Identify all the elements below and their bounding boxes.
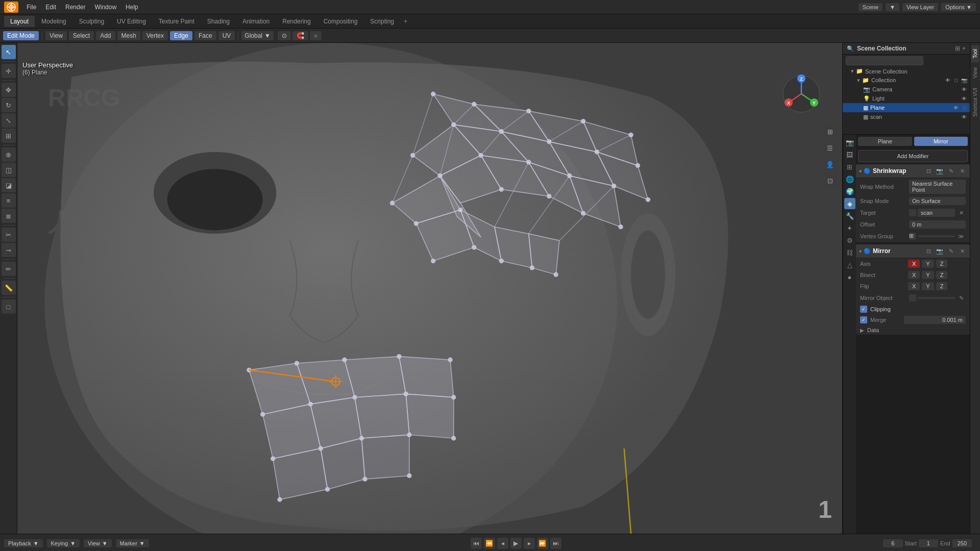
annotate-tool-btn[interactable]: ✏ (2, 262, 16, 276)
mirror-toggle-btn[interactable]: Mirror (914, 137, 968, 146)
data-expand-icon[interactable]: ▶ (860, 328, 864, 333)
particles-props-icon[interactable]: ✦ (844, 222, 855, 234)
tab-scripting[interactable]: Scripting (364, 16, 400, 27)
side-tab-shortcuts[interactable]: Shortcut VUI (971, 84, 979, 121)
knife-tool-btn[interactable]: ✂ (2, 228, 16, 242)
viewport-3d[interactable]: RRCG 人人素材 RRCG 人人素材 RRCG 人人素材 RRCG 人人素材 … (17, 43, 842, 534)
plane-vis-icon[interactable]: 👁 (952, 104, 960, 111)
target-clear-icon[interactable]: ✕ (957, 208, 966, 217)
shrinkwrap-delete-icon[interactable]: ✕ (958, 166, 967, 176)
prev-frame-btn[interactable]: ⏪ (484, 538, 495, 549)
bisect-y-btn[interactable]: Y (922, 271, 934, 279)
mirror-delete-icon[interactable]: ✕ (958, 246, 967, 256)
snap-btn[interactable]: 🧲 (292, 31, 308, 40)
axis-z-btn[interactable]: Z (936, 260, 948, 268)
rotate-tool-btn[interactable]: ↻ (2, 98, 16, 112)
bisect-z-btn[interactable]: Z (936, 271, 948, 279)
visibility-eye-icon[interactable]: 👁 (944, 77, 951, 84)
side-tab-view[interactable]: View (971, 63, 979, 83)
shrinkwrap-expand-icon[interactable]: ▾ (859, 168, 862, 174)
mirror-expand-icon[interactable]: ▾ (859, 248, 862, 254)
add-cube-tool-btn[interactable]: □ (2, 299, 16, 314)
options-btn[interactable]: Options ▼ (941, 3, 976, 11)
transform-tool-btn[interactable]: ⊞ (2, 129, 16, 143)
clipping-checkbox[interactable]: ✓ (860, 306, 867, 313)
scale-tool-btn[interactable]: ⤡ (2, 113, 16, 128)
outliner-item-scan[interactable]: ▦ scan 👁 (843, 112, 970, 121)
menu-file[interactable]: File (22, 3, 40, 12)
tab-shading[interactable]: Shading (201, 16, 236, 27)
outliner-item-camera[interactable]: 📷 Camera 👁 (843, 85, 970, 94)
edge-menu[interactable]: Edge (170, 31, 192, 40)
tab-modeling[interactable]: Modeling (35, 16, 72, 27)
extrude-tool-btn[interactable]: ⊕ (2, 147, 16, 162)
select-tool-btn[interactable]: ↖ (2, 45, 16, 59)
jump-start-btn[interactable]: ⏮ (471, 538, 482, 549)
output-props-icon[interactable]: 🖼 (844, 149, 855, 160)
play-btn[interactable]: ▶ (510, 538, 522, 549)
viewport-view-tool-2[interactable]: ☰ (823, 141, 837, 155)
camera-vis-icon[interactable]: 👁 (961, 86, 968, 93)
next-frame-btn[interactable]: ⏩ (537, 538, 548, 549)
merge-value[interactable]: 0.001 m (904, 316, 966, 324)
target-value[interactable]: scan (918, 209, 955, 217)
vertex-group-expand[interactable]: ≫ (957, 232, 966, 241)
add-modifier-btn[interactable]: Add Modifier (858, 150, 968, 162)
render-icon[interactable]: 📷 (961, 77, 968, 84)
measure-tool-btn[interactable]: 📏 (2, 281, 16, 295)
jump-end-btn[interactable]: ⏭ (550, 538, 561, 549)
flip-x-btn[interactable]: X (908, 282, 920, 290)
mesh-menu[interactable]: Mesh (117, 31, 140, 40)
playback-dropdown[interactable]: Playback ▼ (4, 539, 43, 547)
mirror-object-value[interactable] (918, 297, 955, 299)
vertex-menu[interactable]: Vertex (142, 31, 168, 40)
tab-animation[interactable]: Animation (236, 16, 276, 27)
filter-icon[interactable]: ⊞ (955, 45, 960, 52)
outliner-item-light[interactable]: 💡 Light 👁 (843, 94, 970, 103)
viewport-view-tool-3[interactable]: 👤 (823, 157, 837, 171)
modifier-props-icon[interactable]: 🔧 (844, 210, 855, 221)
mirror-render-icon[interactable]: 📷 (935, 246, 944, 256)
wrap-method-value[interactable]: Nearest Surface Point (909, 180, 966, 194)
tab-sculpting[interactable]: Sculpting (73, 16, 110, 27)
tab-compositing[interactable]: Compositing (317, 16, 364, 27)
view-menu[interactable]: View (45, 31, 67, 40)
view-layer-selector[interactable]: View Layer (902, 3, 938, 11)
add-menu[interactable]: Add (96, 31, 115, 40)
end-frame-field[interactable]: 250 (952, 539, 972, 547)
menu-window[interactable]: Window (90, 3, 120, 12)
mode-selector[interactable]: Edit Mode (3, 31, 39, 40)
view-layer-props-icon[interactable]: ⊞ (844, 161, 855, 172)
outliner-search[interactable] (846, 56, 923, 65)
menu-render[interactable]: Render (61, 3, 89, 12)
offset-edge-tool-btn[interactable]: ≣ (2, 209, 16, 223)
add-workspace-tab[interactable]: + (401, 17, 410, 26)
next-keyframe-btn[interactable]: ▸ (524, 538, 535, 549)
inset-tool-btn[interactable]: ◫ (2, 163, 16, 177)
face-menu[interactable]: Face (194, 31, 216, 40)
tab-layout[interactable]: Layout (4, 16, 35, 27)
scene-selector[interactable]: Scene (859, 3, 883, 11)
cursor-tool-btn[interactable]: ✛ (2, 64, 16, 78)
loop-cut-tool-btn[interactable]: ≡ (2, 193, 16, 208)
outliner-item-scene-collection[interactable]: ▾ 📁 Scene Collection (843, 67, 970, 76)
mirror-edit-icon[interactable]: ✎ (946, 246, 955, 256)
uv-menu[interactable]: UV (218, 31, 235, 40)
tab-uv-editing[interactable]: UV Editing (111, 16, 152, 27)
scan-vis-icon[interactable]: 👁 (961, 113, 968, 120)
bisect-tool-btn[interactable]: ⊸ (2, 243, 16, 257)
view-dropdown[interactable]: View ▼ (84, 539, 112, 547)
material-props-icon[interactable]: ● (844, 271, 855, 283)
viewport-gizmo[interactable]: Z Y X (781, 73, 822, 114)
start-frame-field[interactable]: 1 (919, 539, 938, 547)
marker-dropdown[interactable]: Marker ▼ (116, 539, 149, 547)
outliner-item-collection[interactable]: ▾ 📁 Collection 👁 ⊡ 📷 (843, 76, 970, 85)
scene-props-icon[interactable]: 🌐 (844, 173, 855, 185)
keying-dropdown[interactable]: Keying ▼ (47, 539, 80, 547)
world-props-icon[interactable]: 🌍 (844, 186, 855, 197)
axis-x-btn[interactable]: X (908, 260, 920, 268)
constraints-props-icon[interactable]: ⛓ (844, 247, 855, 258)
mirror-obj-edit-icon[interactable]: ✎ (957, 293, 966, 303)
tab-texture-paint[interactable]: Texture Paint (153, 16, 201, 27)
flip-y-btn[interactable]: Y (922, 282, 934, 290)
